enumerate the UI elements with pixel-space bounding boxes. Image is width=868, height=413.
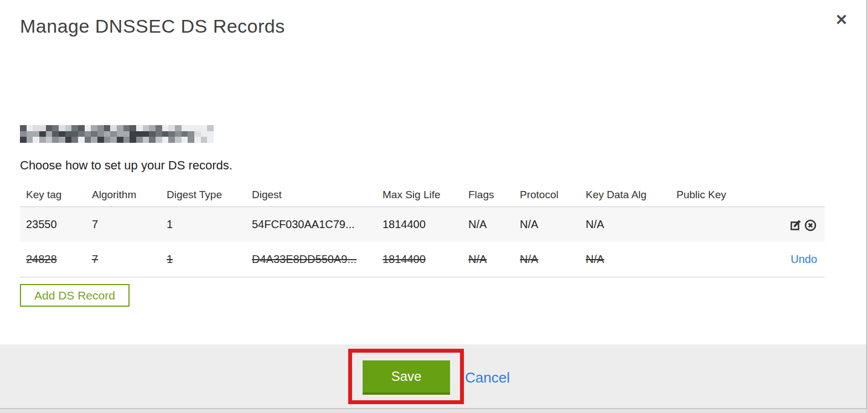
close-icon[interactable]: ✕: [831, 10, 851, 30]
row-actions: [772, 218, 825, 231]
cell-key-tag: 24828: [20, 253, 86, 266]
col-algorithm: Algorithm: [86, 189, 161, 201]
ds-records-instruction: Choose how to set up your DS records.: [20, 158, 232, 173]
cell-algorithm: 7: [86, 218, 161, 231]
window-bottom-shadow: [0, 409, 867, 413]
cell-key-tag: 23550: [20, 218, 86, 231]
row-actions: Undo: [772, 253, 825, 266]
cell-key-data-alg: N/A: [580, 218, 670, 231]
col-public-key: Public Key: [670, 189, 772, 201]
cell-digest-type: 1: [161, 253, 246, 266]
cell-digest: 54FCF030AA1C79...: [246, 218, 376, 231]
cell-algorithm: 7: [86, 253, 161, 266]
page-title: Manage DNSSEC DS Records: [20, 16, 285, 37]
cell-max-sig-life: 1814400: [376, 218, 462, 231]
cell-protocol: N/A: [514, 218, 580, 231]
table-header-row: Key tag Algorithm Digest Type Digest Max…: [20, 183, 825, 206]
table-body: 23550 7 1 54FCF030AA1C79... 1814400 N/A …: [20, 206, 825, 277]
ds-records-table: Key tag Algorithm Digest Type Digest Max…: [20, 183, 825, 277]
edit-icon[interactable]: [789, 218, 803, 231]
col-digest: Digest: [246, 189, 376, 201]
cell-flags: N/A: [462, 218, 514, 231]
cell-protocol: N/A: [514, 253, 580, 266]
delete-icon[interactable]: [804, 218, 817, 231]
cell-max-sig-life: 1814400: [376, 253, 462, 266]
undo-link[interactable]: Undo: [790, 253, 817, 266]
save-button[interactable]: Save: [363, 360, 450, 395]
col-protocol: Protocol: [514, 189, 580, 201]
col-key-tag: Key tag: [20, 189, 86, 201]
table-row: 23550 7 1 54FCF030AA1C79... 1814400 N/A …: [20, 207, 825, 242]
add-ds-record-button[interactable]: Add DS Record: [20, 284, 130, 307]
redacted-domain-name: [20, 125, 214, 143]
cell-digest-type: 1: [161, 218, 246, 231]
cell-digest: D4A33E8DD550A9...: [246, 253, 376, 266]
cell-key-data-alg: N/A: [580, 253, 670, 266]
col-digest-type: Digest Type: [161, 189, 246, 201]
window-right-border: [866, 0, 867, 413]
col-flags: Flags: [462, 189, 514, 201]
table-row-deleted: 24828 7 1 D4A33E8DD550A9... 1814400 N/A …: [20, 242, 825, 277]
cell-flags: N/A: [462, 253, 514, 266]
col-key-data-alg: Key Data Alg: [580, 189, 670, 201]
dnssec-ds-records-modal: Manage DNSSEC DS Records ✕ Choose how to…: [0, 0, 868, 413]
cancel-link[interactable]: Cancel: [465, 369, 510, 386]
col-max-sig-life: Max Sig Life: [376, 189, 462, 201]
